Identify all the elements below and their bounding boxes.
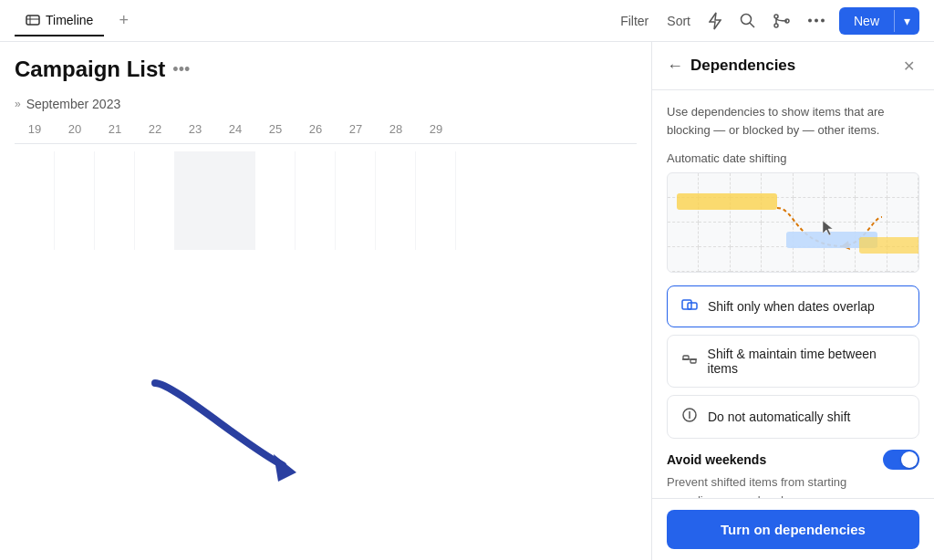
date-cell: 25 [255, 122, 296, 136]
preview-cursor [821, 219, 834, 237]
new-button-group: New ▾ [839, 7, 919, 35]
search-button[interactable] [736, 9, 759, 32]
timeline-tab-label: Timeline [46, 13, 93, 27]
shift-option-maintain[interactable]: Shift & maintain time between items [667, 335, 919, 388]
svg-point-5 [774, 15, 778, 18]
shift-option-overlap[interactable]: Shift only when dates overlap [667, 285, 919, 327]
avoid-weekends-toggle[interactable] [883, 450, 919, 470]
timeline-grid [15, 151, 637, 250]
svg-rect-16 [690, 359, 696, 363]
timeline-row [15, 151, 637, 184]
timeline-tab[interactable]: Timeline [15, 5, 104, 36]
date-cell: 21 [95, 122, 135, 136]
dep-title: Dependencies [690, 57, 890, 75]
auto-date-label: Automatic date shifting [667, 151, 919, 165]
new-button[interactable]: New [839, 7, 894, 35]
timeline-row [15, 184, 637, 217]
turn-on-dependencies-button[interactable]: Turn on dependencies [667, 510, 919, 549]
more-button[interactable] [804, 15, 828, 26]
dep-back-button[interactable]: ← [667, 57, 683, 76]
toolbar: Timeline + Filter Sort New ▾ [0, 0, 934, 42]
dep-close-button[interactable]: ✕ [898, 55, 919, 77]
timeline-row [15, 217, 637, 250]
date-cell: 26 [296, 122, 336, 136]
month-label: September 2023 [26, 97, 121, 111]
shift-option-no-shift-label: Do not automatically shift [708, 410, 850, 424]
new-button-dropdown[interactable]: ▾ [895, 7, 919, 35]
main-content: Campaign List ••• » September 2023 19 20… [0, 42, 934, 560]
shift-option-maintain-label: Shift & maintain time between items [708, 347, 906, 376]
toolbar-actions: Filter Sort New ▾ [617, 7, 919, 35]
sort-button[interactable]: Sort [663, 10, 694, 32]
svg-point-3 [741, 15, 751, 25]
lightning-button[interactable] [705, 8, 725, 34]
svg-line-4 [750, 23, 754, 27]
avoid-weekends-section: Avoid weekends Prevent shifted items fro… [667, 446, 919, 498]
svg-rect-15 [683, 356, 689, 359]
svg-rect-0 [26, 16, 39, 25]
arrow-annotation [137, 374, 319, 487]
preview-bar-3 [859, 237, 919, 254]
date-cell: 22 [135, 122, 175, 136]
svg-point-6 [774, 24, 778, 27]
campaign-title: Campaign List [15, 57, 165, 82]
svg-point-10 [821, 19, 825, 23]
shift-maintain-icon [680, 353, 699, 369]
date-row: 19 20 21 22 23 24 25 26 27 28 29 [15, 122, 637, 144]
dep-body: Use dependencies to show items that are … [652, 90, 934, 498]
date-cell: 23 [175, 122, 215, 136]
filter-button[interactable]: Filter [617, 10, 652, 32]
svg-rect-13 [688, 303, 697, 309]
date-cell: 20 [55, 122, 95, 136]
campaign-menu-button[interactable]: ••• [172, 60, 190, 79]
date-cell: 19 [15, 122, 55, 136]
branch-button[interactable] [770, 10, 794, 32]
timeline-panel: Campaign List ••• » September 2023 19 20… [0, 42, 651, 560]
dep-header: ← Dependencies ✕ [652, 42, 934, 90]
avoid-weekends-header: Avoid weekends [667, 450, 919, 470]
shift-option-no-shift[interactable]: Do not automatically shift [667, 395, 919, 439]
dep-preview-graphic [667, 172, 919, 273]
shift-overlap-icon [680, 297, 699, 316]
date-cell: 27 [336, 122, 376, 136]
date-cell: 24 [215, 122, 255, 136]
dep-footer: Turn on dependencies [652, 498, 934, 560]
date-cell: 29 [416, 122, 456, 136]
shift-option-overlap-label: Shift only when dates overlap [708, 299, 875, 314]
svg-marker-11 [274, 454, 296, 482]
date-cell: 28 [376, 122, 416, 136]
toggle-thumb [901, 451, 918, 468]
svg-point-9 [815, 19, 818, 23]
avoid-weekends-description: Prevent shifted items from starting or e… [667, 473, 849, 498]
dep-description: Use dependencies to show items that are … [667, 103, 919, 139]
avoid-weekends-title: Avoid weekends [667, 452, 766, 467]
add-tab-button[interactable]: + [111, 7, 136, 34]
svg-rect-12 [682, 300, 691, 309]
timeline-icon [26, 14, 40, 26]
dependencies-panel: ← Dependencies ✕ Use dependencies to sho… [651, 42, 934, 560]
campaign-header: Campaign List ••• [15, 57, 637, 82]
shift-no-shift-icon [680, 407, 699, 427]
month-row: » September 2023 [15, 97, 637, 111]
month-expand-button[interactable]: » [15, 98, 21, 110]
svg-point-8 [808, 19, 812, 23]
